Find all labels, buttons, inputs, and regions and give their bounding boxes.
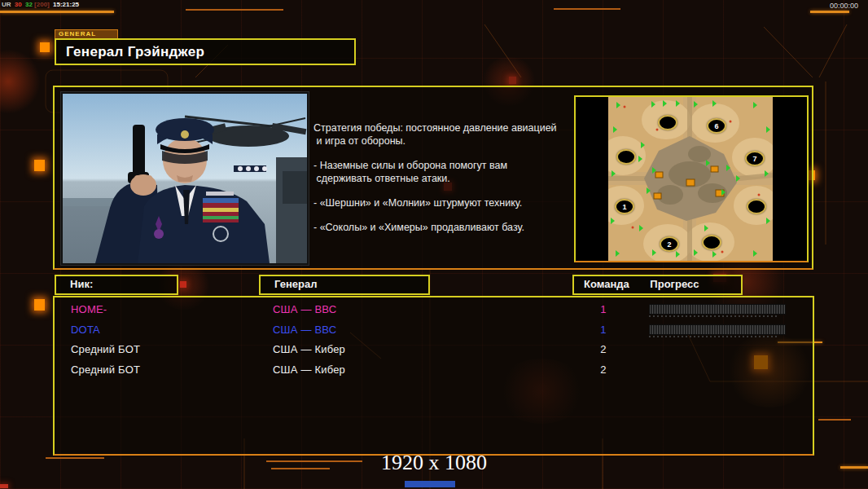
crater-marker <box>747 199 766 214</box>
player-general: США — ВВС <box>273 303 336 316</box>
progress-bar-fill <box>649 304 786 315</box>
briefing-line: - «Шершни» и «Молнии» штурмуют технику. <box>313 196 576 209</box>
line-deco <box>818 419 851 421</box>
header-progress-label: Прогресс <box>650 278 699 290</box>
player-nick: Средний БОТ <box>71 363 140 377</box>
table-row: HOME-США — ВВС1 <box>55 300 813 319</box>
red-dash-deco <box>0 484 8 488</box>
player-nick: Средний БОТ <box>71 343 140 356</box>
briefing-line: Стратегия победы: постоянное давление ав… <box>313 121 576 148</box>
progress-bar-fill <box>649 324 786 335</box>
start-position-marker: 6 <box>707 118 726 134</box>
top-line-deco <box>554 8 620 10</box>
debug-val: 32 <box>25 1 33 8</box>
minimap: 6712 <box>608 97 773 261</box>
header-general-label: Генерал <box>261 276 428 293</box>
crater-marker <box>616 149 636 165</box>
header-nick: Ник: <box>55 275 178 295</box>
start-position-number: 7 <box>752 155 756 163</box>
orange-square-deco <box>34 299 45 311</box>
strategy-briefing: Стратегия победы: постоянное давление ав… <box>313 121 576 245</box>
crater-marker <box>702 235 721 250</box>
table-row: Средний БОТСША — Кибер2 <box>55 360 813 380</box>
progress-bar-dots <box>649 315 778 317</box>
player-general: США — Кибер <box>273 343 345 356</box>
header-team-progress: Команда Прогресс <box>572 275 743 295</box>
progress-bar <box>649 304 786 317</box>
player-team: 1 <box>594 324 613 337</box>
player-table: HOME-США — ВВС1DOTAСША — ВВС1Средний БОТ… <box>53 296 814 456</box>
start-position-marker: 2 <box>660 236 679 252</box>
player-general: США — Кибер <box>273 363 345 377</box>
progress-bar <box>649 324 786 337</box>
general-name: Генерал Грэйнджер <box>56 40 354 60</box>
start-position-marker: 7 <box>745 151 765 166</box>
debug-ur: UR <box>2 1 11 8</box>
minimap-terrain <box>608 97 773 261</box>
start-position-number: 2 <box>667 240 671 249</box>
top-line-deco <box>810 11 849 13</box>
general-portrait <box>61 92 309 265</box>
header-general: Генерал <box>259 275 430 295</box>
table-row: Средний БОТСША — Кибер2 <box>55 340 813 359</box>
briefing-line: - «Соколы» и «Химеры» продавливают базу. <box>313 221 576 234</box>
header-nick-label: Ник: <box>56 276 177 293</box>
top-line-deco <box>0 11 114 13</box>
debug-fps: 30 <box>15 1 22 8</box>
player-team: 2 <box>594 343 613 356</box>
progress-bar-dots <box>649 336 778 337</box>
debug-clock: 15:21:25 <box>53 1 79 8</box>
match-timer: 00:00:00 <box>830 2 858 10</box>
resolution-label: 1920 x 1080 <box>0 451 868 475</box>
bottom-blue-bar <box>405 481 455 487</box>
briefing-line: - Наземные силы и оборона помогут вам сд… <box>313 159 576 185</box>
debug-readout: UR 30 32 [200] 15:21:25 <box>2 1 81 8</box>
table-row: DOTAСША — ВВС1 <box>55 320 813 340</box>
crater-marker <box>658 115 677 130</box>
debug-bracket: [200] <box>34 1 50 8</box>
player-nick: DOTA <box>71 324 100 337</box>
red-square-deco <box>180 281 186 288</box>
player-team: 2 <box>594 363 613 377</box>
player-nick: HOME- <box>71 303 107 316</box>
player-team: 1 <box>594 303 613 316</box>
game-screen: UR 30 32 [200] 15:21:25 00:00:00 GENERAL… <box>0 0 868 489</box>
top-line-deco <box>186 9 283 11</box>
general-title-box: Генерал Грэйнджер <box>55 38 356 65</box>
start-position-marker: 1 <box>615 199 634 214</box>
player-table-body: HOME-США — ВВС1DOTAСША — ВВС1Средний БОТ… <box>55 297 813 454</box>
start-position-number: 1 <box>622 203 626 211</box>
briefing-panel: Стратегия победы: постоянное давление ав… <box>53 86 813 270</box>
orange-square-deco <box>40 42 50 52</box>
minimap-box: 6712 <box>574 95 809 262</box>
start-position-number: 6 <box>714 122 718 130</box>
header-team-label: Команда <box>574 278 629 290</box>
red-square-deco <box>509 77 516 84</box>
orange-square-deco <box>34 160 45 171</box>
player-general: США — ВВС <box>273 324 336 337</box>
portrait-art <box>63 94 307 263</box>
